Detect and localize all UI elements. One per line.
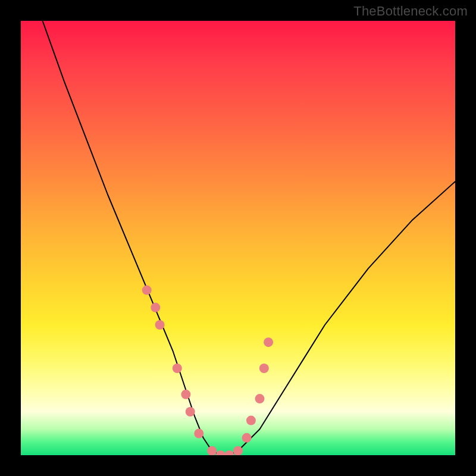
data-point: [186, 407, 195, 416]
data-point: [194, 429, 203, 439]
data-point: [233, 446, 243, 455]
data-point: [151, 303, 160, 312]
data-point: [264, 337, 273, 347]
data-point: [242, 433, 252, 443]
data-point: [224, 450, 234, 455]
data-point: [142, 286, 152, 295]
watermark-text: TheBottleneck.com: [353, 4, 468, 19]
chart-frame: TheBottleneck.com: [0, 0, 476, 476]
data-point: [216, 450, 226, 455]
data-point: [181, 390, 190, 399]
data-point: [173, 364, 182, 373]
data-point: [207, 446, 217, 455]
bottleneck-curve: [43, 21, 456, 455]
plot-area: [21, 21, 455, 455]
data-point: [246, 416, 256, 425]
data-point: [255, 394, 265, 403]
data-point: [259, 364, 269, 373]
curve-layer: [21, 21, 455, 455]
data-point: [155, 320, 165, 330]
data-points: [142, 286, 273, 455]
